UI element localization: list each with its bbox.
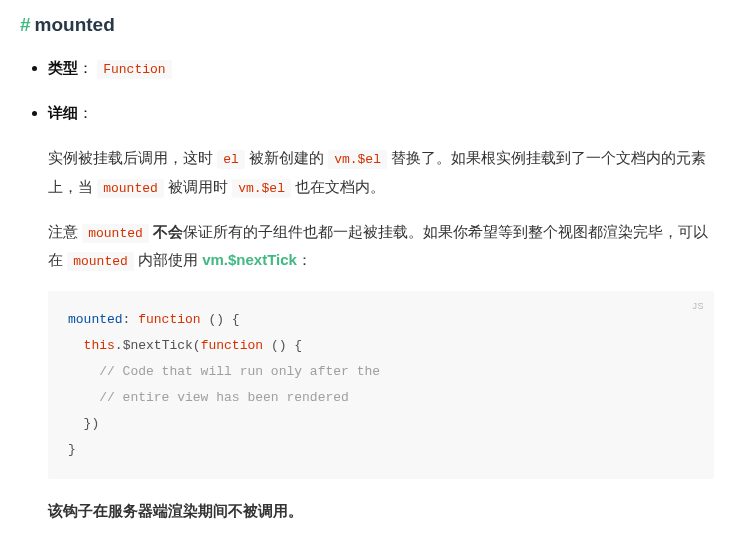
colon: ： [78, 104, 93, 121]
hash-anchor[interactable]: # [20, 14, 31, 35]
code-token: }) [68, 416, 99, 431]
code-block: JS mounted: function () { this.$nextTick… [48, 291, 714, 479]
detail-label: 详细 [48, 104, 78, 121]
code-pre: mounted: function () { this.$nextTick(fu… [68, 307, 694, 463]
type-label: 类型 [48, 59, 78, 76]
server-render-note: 该钩子在服务器端渲染期间不被调用。 [48, 497, 714, 526]
code-token: this [84, 338, 115, 353]
detail-paragraph-2: 注意 mounted 不会保证所有的子组件也都一起被挂载。如果你希望等到整个视图… [48, 218, 714, 275]
code-mounted: mounted [67, 252, 134, 271]
code-mounted: mounted [97, 179, 164, 198]
heading-text: mounted [35, 14, 115, 35]
link-nexttick[interactable]: vm.$nextTick [202, 251, 297, 268]
bold-text: 不会 [153, 223, 183, 240]
code-token: function [138, 312, 200, 327]
text: 内部使用 [134, 251, 202, 268]
code-comment: // Code that will run only after the [68, 364, 380, 379]
text: 也在文档内。 [291, 178, 385, 195]
code-token: mounted [68, 312, 123, 327]
section-heading: #mounted [20, 8, 714, 41]
type-value: Function [97, 60, 171, 79]
code-token: : [123, 312, 139, 327]
colon: ： [78, 59, 93, 76]
text: 注意 [48, 223, 82, 240]
code-mounted: mounted [82, 224, 149, 243]
code-comment: // entire view has been rendered [68, 390, 349, 405]
code-token [68, 338, 84, 353]
list-item-type: 类型： Function [48, 55, 714, 82]
list-item-reference: 参考： 生命周期图示 [48, 544, 714, 550]
code-token: () { [201, 312, 240, 327]
text: 实例被挂载后调用，这时 [48, 149, 217, 166]
code-el: el [217, 150, 245, 169]
code-token: () { [263, 338, 302, 353]
content-list: 类型： Function 详细： 实例被挂载后调用，这时 el 被新创建的 vm… [20, 55, 714, 549]
code-token: } [68, 442, 76, 457]
text: 被调用时 [164, 178, 232, 195]
code-vm-el: vm.$el [232, 179, 291, 198]
code-vm-el: vm.$el [328, 150, 387, 169]
code-token: function [201, 338, 263, 353]
text: ： [297, 251, 312, 268]
list-item-detail: 详细： 实例被挂载后调用，这时 el 被新创建的 vm.$el 替换了。如果根实… [48, 100, 714, 526]
code-token: .$nextTick( [115, 338, 201, 353]
text: 被新创建的 [245, 149, 328, 166]
detail-body: 实例被挂载后调用，这时 el 被新创建的 vm.$el 替换了。如果根实例挂载到… [48, 144, 714, 525]
code-lang-badge: JS [692, 297, 704, 315]
detail-paragraph-1: 实例被挂载后调用，这时 el 被新创建的 vm.$el 替换了。如果根实例挂载到… [48, 144, 714, 201]
